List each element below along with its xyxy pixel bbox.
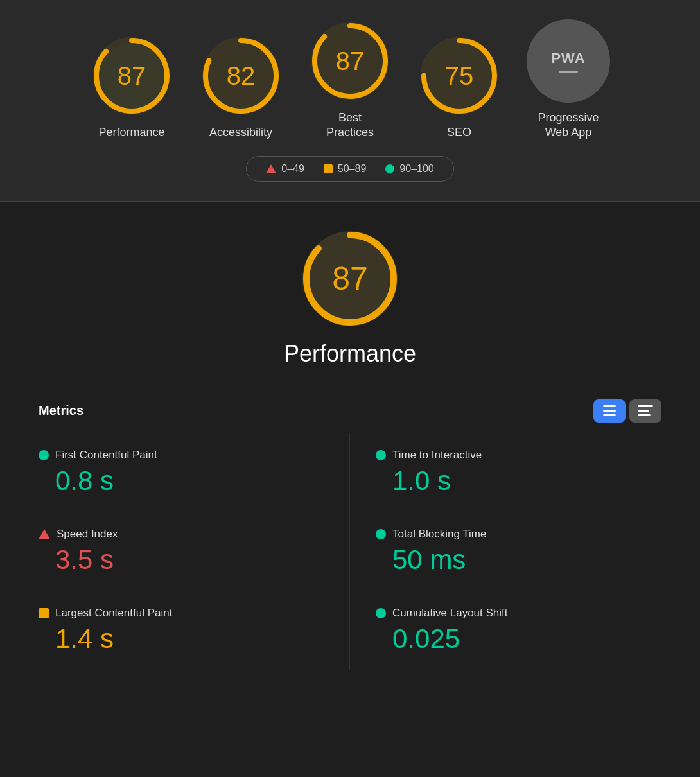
legend-item-fail: 0–49	[266, 163, 304, 175]
scores-section: 87 Performance 82 Accessibility	[0, 0, 700, 201]
metric-tbt: Total Blocking Time 50 ms	[350, 512, 661, 591]
legend-range-average: 50–89	[338, 163, 367, 175]
cls-value: 0.025	[376, 624, 661, 654]
score-label-accessibility: Accessibility	[209, 125, 272, 140]
si-name: Speed Index	[57, 528, 118, 541]
si-indicator	[39, 529, 50, 539]
cls-name: Cumulative Layout Shift	[392, 607, 508, 620]
score-label-pwa: ProgressiveWeb App	[538, 110, 599, 141]
pwa-badge: PWA	[527, 19, 610, 103]
lcp-indicator	[39, 608, 49, 618]
cls-indicator	[376, 608, 386, 618]
metrics-header: Metrics	[39, 399, 661, 423]
score-item-performance[interactable]: 87 Performance	[90, 34, 173, 140]
score-value-best-practices: 87	[336, 47, 365, 76]
pwa-dash	[559, 71, 578, 73]
score-label-seo: SEO	[447, 125, 471, 140]
fcp-value: 0.8 s	[39, 466, 324, 496]
metric-tti: Time to Interactive 1.0 s	[350, 433, 661, 512]
pass-icon	[385, 164, 394, 173]
score-value-seo: 75	[445, 62, 474, 91]
grid-view-button[interactable]	[629, 399, 661, 423]
gauge-seo: 75	[417, 34, 501, 118]
score-item-accessibility[interactable]: 82 Accessibility	[199, 34, 283, 140]
score-label-best-practices: BestPractices	[326, 110, 374, 141]
legend: 0–49 50–89 90–100	[246, 156, 453, 182]
score-circles: 87 Performance 82 Accessibility	[90, 19, 610, 141]
score-item-best-practices[interactable]: 87 BestPractices	[308, 19, 392, 141]
big-gauge: 87	[299, 227, 401, 330]
fail-icon	[266, 164, 276, 173]
metric-cls: Cumulative Layout Shift 0.025	[350, 591, 661, 670]
fcp-indicator	[39, 450, 49, 460]
fcp-name: First Contentful Paint	[55, 449, 157, 462]
si-value: 3.5 s	[39, 545, 324, 575]
lcp-name: Largest Contentful Paint	[55, 607, 172, 620]
tti-indicator	[376, 450, 386, 460]
tti-value: 1.0 s	[376, 466, 661, 496]
metric-fcp-name-row: First Contentful Paint	[39, 449, 324, 462]
metric-lcp: Largest Contentful Paint 1.4 s	[39, 591, 350, 670]
detail-section-title: Performance	[284, 340, 416, 367]
legend-range-pass: 90–100	[399, 163, 433, 175]
legend-item-pass: 90–100	[385, 163, 433, 175]
big-gauge-wrap: 87 Performance	[39, 227, 661, 387]
metric-si-name-row: Speed Index	[39, 528, 324, 541]
metric-fcp: First Contentful Paint 0.8 s	[39, 433, 350, 512]
score-label-performance: Performance	[98, 125, 164, 140]
gauge-performance: 87	[90, 34, 173, 118]
pwa-label: PWA	[551, 50, 585, 67]
metric-cls-name-row: Cumulative Layout Shift	[376, 607, 661, 620]
score-item-seo[interactable]: 75 SEO	[417, 34, 501, 140]
metric-tti-name-row: Time to Interactive	[376, 449, 661, 462]
metric-si: Speed Index 3.5 s	[39, 512, 350, 591]
average-icon	[324, 164, 333, 173]
detail-section: 87 Performance Metrics First Con	[0, 202, 700, 696]
metrics-grid: First Contentful Paint 0.8 s Time to Int…	[39, 433, 661, 670]
score-item-pwa[interactable]: PWA ProgressiveWeb App	[527, 19, 610, 141]
tbt-indicator	[376, 529, 386, 539]
tbt-value: 50 ms	[376, 545, 661, 575]
gauge-best-practices: 87	[308, 19, 392, 103]
view-toggle	[593, 399, 661, 423]
metric-lcp-name-row: Largest Contentful Paint	[39, 607, 324, 620]
tbt-name: Total Blocking Time	[392, 528, 486, 541]
detail-score-value: 87	[332, 260, 368, 297]
tti-name: Time to Interactive	[392, 449, 482, 462]
metrics-label: Metrics	[39, 403, 83, 418]
score-value-performance: 87	[118, 62, 146, 91]
list-view-button[interactable]	[593, 399, 626, 423]
score-value-accessibility: 82	[227, 62, 256, 91]
legend-range-fail: 0–49	[281, 163, 304, 175]
list-view-icon	[603, 405, 616, 416]
metric-tbt-name-row: Total Blocking Time	[376, 528, 661, 541]
lcp-value: 1.4 s	[39, 624, 324, 654]
grid-view-icon	[638, 405, 653, 416]
legend-item-average: 50–89	[324, 163, 367, 175]
gauge-accessibility: 82	[199, 34, 283, 118]
